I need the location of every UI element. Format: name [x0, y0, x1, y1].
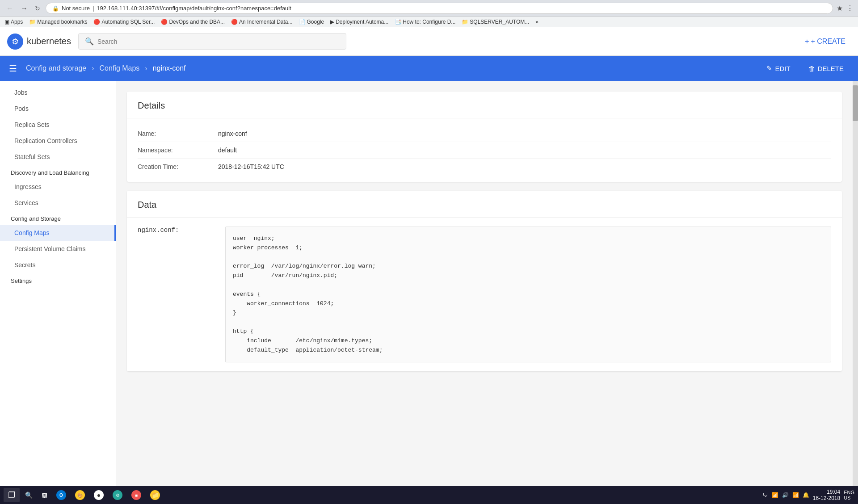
edit-button[interactable]: ✎ EDIT	[761, 62, 795, 75]
url-address: 192.168.111.40:31397/#!/configmap/defaul…	[97, 5, 291, 12]
sidebar-item-replica-sets[interactable]: Replica Sets	[0, 117, 116, 133]
sidebar-services-label: Services	[14, 199, 38, 206]
detail-row-creation: Creation Time: 2018-12-16T15:42 UTC	[138, 159, 831, 175]
folder-icon: 📁	[29, 19, 36, 25]
lock-icon: 🔒	[52, 5, 59, 12]
sidebar-item-secrets[interactable]: Secrets	[0, 257, 116, 273]
create-plus-icon: +	[805, 38, 809, 46]
details-table: Name: nginx-conf Namespace: default Crea…	[127, 118, 842, 182]
taskbar-explorer[interactable]: 📁	[147, 488, 164, 502]
breadcrumb-config-maps[interactable]: Config Maps	[100, 64, 140, 72]
create-button[interactable]: + + CREATE	[799, 34, 851, 49]
sql-icon: 🔴	[93, 19, 100, 25]
sidebar-item-config-maps[interactable]: Config Maps	[0, 225, 116, 241]
taskbar-paint[interactable]: 🎨	[72, 488, 88, 502]
sidebar-item-pods[interactable]: Pods	[0, 101, 116, 117]
taskbar: ❐ 🔍 ▩ O 🎨 ● ⚙ ■ 📁 🗨	[0, 486, 858, 504]
scrollbar[interactable]	[853, 81, 858, 504]
bookmark-sqlserver-label: SQLSERVER_AUTOM...	[470, 19, 529, 25]
notification-icon: 🔔	[803, 492, 809, 498]
sidebar-pods-label: Pods	[14, 105, 29, 112]
task-view-icon: ▩	[42, 491, 47, 499]
taskbar-chrome[interactable]: ●	[90, 488, 107, 502]
taskbar-outlook[interactable]: O	[53, 488, 70, 502]
edit-label: EDIT	[775, 65, 790, 72]
taskbar-locale[interactable]: ENG US	[844, 490, 854, 500]
bookmark-incremental[interactable]: 🔴 An Incremental Data...	[231, 19, 292, 25]
bookmark-google[interactable]: 📄 Google	[299, 19, 324, 25]
bookmark-button[interactable]: ★	[837, 4, 843, 13]
bookmark-sqlserver[interactable]: 📁 SQLSERVER_AUTOM...	[462, 19, 529, 25]
sidebar-stateful-label: Stateful Sets	[14, 153, 50, 160]
bookmark-sql[interactable]: 🔴 Automating SQL Ser...	[93, 19, 155, 25]
taskbar-clock[interactable]: 19:04 16-12-2018	[813, 489, 840, 501]
bookmark-deployment-label: Deployment Automa...	[336, 19, 388, 25]
details-title: Details	[127, 92, 842, 118]
sidebar-jobs-label: Jobs	[14, 89, 28, 96]
taskbar-cortana[interactable]: 🔍	[21, 488, 36, 502]
bookmark-sql-label: Automating SQL Ser...	[101, 19, 155, 25]
data-card: Data nginx.conf: user nginx; worker_proc…	[127, 191, 842, 371]
bookmark-apps[interactable]: ▣ Apps	[4, 19, 23, 25]
creation-label: Creation Time:	[138, 163, 218, 170]
sidebar-config-maps-label: Config Maps	[14, 229, 50, 236]
browser-menu[interactable]: ⋮	[846, 4, 854, 13]
k8s-title: kubernetes	[27, 36, 71, 46]
breadcrumb-current: nginx-conf	[153, 64, 186, 72]
k8s-taskbar-icon: ⚙	[113, 490, 122, 500]
delete-label: DELETE	[818, 65, 844, 72]
back-button[interactable]: ←	[4, 4, 15, 13]
apps-icon: ▣	[4, 19, 9, 25]
bookmark-inc-label: An Incremental Data...	[239, 19, 292, 25]
sidebar-item-ingresses[interactable]: Ingresses	[0, 179, 116, 195]
sidebar-pvc-label: Persistent Volume Claims	[14, 245, 86, 252]
bookmark-managed[interactable]: 📁 Managed bookmarks	[29, 19, 87, 25]
namespace-value: default	[218, 147, 237, 154]
sidebar-ingresses-label: Ingresses	[14, 183, 42, 190]
taskbar-volume[interactable]: 🔊	[782, 492, 789, 498]
yt-icon: ▶	[330, 19, 334, 25]
data-content: nginx.conf: user nginx; worker_processes…	[127, 218, 842, 371]
sidebar-item-stateful-sets[interactable]: Stateful Sets	[0, 149, 116, 165]
taskbar-network[interactable]: 📶	[772, 492, 778, 498]
sidebar-replication-label: Replication Controllers	[14, 137, 77, 144]
taskbar-app2[interactable]: ■	[128, 488, 145, 502]
bookmark-managed-label: Managed bookmarks	[37, 19, 87, 25]
taskbar-balloon[interactable]: 🗨	[763, 492, 768, 498]
create-label: + CREATE	[811, 38, 846, 46]
bookmark-devops[interactable]: 🔴 DevOps and the DBA...	[161, 19, 225, 25]
sidebar-item-replication-controllers[interactable]: Replication Controllers	[0, 133, 116, 149]
url-text: Not secure	[62, 5, 90, 12]
namespace-label: Namespace:	[138, 147, 218, 154]
taskbar-notification[interactable]: 🔔	[803, 492, 809, 498]
url-separator: |	[93, 5, 94, 12]
locale-label: ENG US	[844, 490, 854, 500]
sidebar-replica-sets-label: Replica Sets	[14, 121, 50, 128]
edit-icon: ✎	[766, 64, 772, 72]
search-bar[interactable]: 🔍	[78, 33, 346, 50]
sidebar-item-jobs[interactable]: Jobs	[0, 84, 116, 101]
taskbar-app1[interactable]: ⚙	[109, 488, 126, 502]
bookmark-deployment[interactable]: ▶ Deployment Automa...	[330, 19, 388, 25]
sidebar-item-pvc[interactable]: Persistent Volume Claims	[0, 241, 116, 257]
taskbar-wifi[interactable]: 📶	[792, 492, 799, 498]
bookmark-howto[interactable]: 📑 How to: Configure D...	[395, 19, 455, 25]
sidebar-item-services[interactable]: Services	[0, 195, 116, 211]
taskbar-task-view[interactable]: ▩	[38, 488, 51, 502]
breadcrumb-sep-1: ›	[92, 64, 94, 72]
explorer-icon: 📁	[150, 490, 160, 500]
start-button[interactable]: ❐	[4, 488, 20, 502]
url-bar[interactable]: 🔒 Not secure | 192.168.111.40:31397/#!/c…	[46, 3, 833, 14]
clock-time: 19:04	[813, 489, 840, 495]
bookmark-more[interactable]: »	[535, 19, 538, 25]
reload-button[interactable]: ↻	[33, 4, 42, 13]
forward-button[interactable]: →	[19, 4, 29, 13]
hamburger-icon[interactable]: ☰	[9, 63, 17, 74]
search-input[interactable]	[97, 38, 340, 45]
k8s-logo[interactable]: ⚙ kubernetes	[7, 34, 71, 50]
breadcrumb-config-storage[interactable]: Config and storage	[26, 64, 86, 72]
app-header: ⚙ kubernetes 🔍 + + CREATE	[0, 27, 858, 56]
paint-icon: 🎨	[75, 490, 85, 500]
scrollbar-thumb[interactable]	[853, 85, 858, 121]
delete-button[interactable]: 🗑 DELETE	[803, 62, 849, 75]
